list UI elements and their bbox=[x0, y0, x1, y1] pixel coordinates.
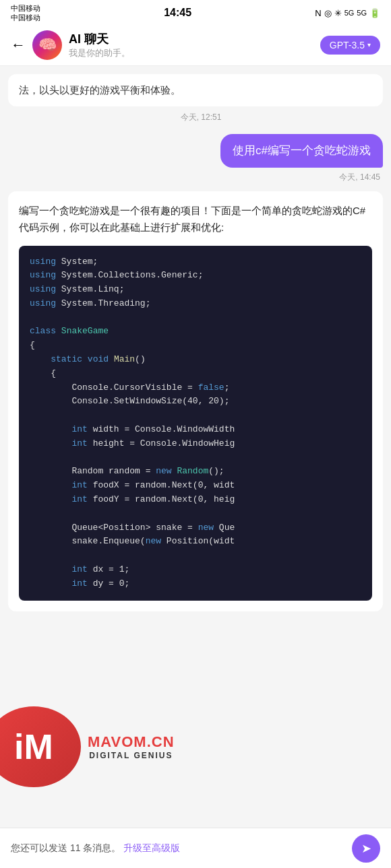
avatar-emoji: 🧠 bbox=[38, 36, 57, 54]
message-count-text: 您还可以发送 11 条消息。 bbox=[11, 842, 121, 853]
bottom-bar: 您还可以发送 11 条消息。 升级至高级版 ➤ bbox=[0, 828, 391, 868]
header-subtitle: 我是你的助手。 bbox=[69, 47, 320, 59]
user-message-wrapper: 使用c#编写一个贪吃蛇游戏 bbox=[0, 134, 391, 168]
carrier-info: 中国移动 中国移动 bbox=[11, 3, 40, 23]
header-title: AI 聊天 bbox=[69, 31, 320, 47]
upgrade-link[interactable]: 升级至高级版 bbox=[123, 842, 180, 853]
ai-response-card: 编写一个贪吃蛇游戏是一个很有趣的项目！下面是一个简单的贪吃蛇游戏的C#代码示例，… bbox=[8, 191, 383, 611]
carrier1-label: 中国移动 bbox=[11, 3, 40, 13]
gpt-version-button[interactable]: GPT-3.5 ▾ bbox=[320, 36, 380, 55]
watermark-site-name: MAVOM.CN bbox=[88, 733, 175, 751]
carrier2-label: 中国移动 bbox=[11, 13, 40, 22]
watermark-logo: iM bbox=[0, 706, 81, 787]
timestamp-morning: 今天, 12:51 bbox=[11, 112, 391, 123]
watermark-im-text: iM bbox=[14, 729, 53, 764]
avatar: 🧠 bbox=[32, 30, 62, 60]
signal2-icon: 5G bbox=[357, 9, 367, 17]
status-bar: 中国移动 中国移动 14:45 N ◎ ✳ 5G 5G 🔋 bbox=[0, 0, 391, 24]
chevron-down-icon: ▾ bbox=[367, 41, 371, 48]
back-button[interactable]: ← bbox=[11, 36, 26, 54]
user-message-bubble: 使用c#编写一个贪吃蛇游戏 bbox=[220, 134, 383, 168]
code-content: using System; using System.Collections.G… bbox=[30, 255, 361, 591]
alarm-icon: ◎ bbox=[324, 8, 332, 18]
battery-icon: 🔋 bbox=[369, 8, 380, 18]
prev-message-text: 法，以头以更好的游戏平衡和体验。 bbox=[19, 84, 181, 96]
code-block: using System; using System.Collections.G… bbox=[19, 246, 372, 601]
prev-ai-message: 法，以头以更好的游戏平衡和体验。 bbox=[8, 74, 383, 106]
ai-intro-text: 编写一个贪吃蛇游戏是一个很有趣的项目！下面是一个简单的贪吃蛇游戏的C#代码示例，… bbox=[19, 202, 372, 236]
header-info: AI 聊天 我是你的助手。 bbox=[69, 31, 320, 59]
chat-area: 法，以头以更好的游戏平衡和体验。 今天, 12:51 使用c#编写一个贪吃蛇游戏… bbox=[0, 66, 391, 828]
header: ← 🧠 AI 聊天 我是你的助手。 GPT-3.5 ▾ bbox=[0, 24, 391, 66]
gpt-version-label: GPT-3.5 bbox=[330, 40, 365, 51]
nfc-icon: N bbox=[315, 8, 321, 18]
signal-icon: 5G bbox=[344, 9, 355, 17]
watermark-subtitle: DIGITAL GENIUS bbox=[88, 751, 175, 760]
send-icon: ➤ bbox=[361, 841, 371, 856]
watermark-text-block: MAVOM.CN DIGITAL GENIUS bbox=[88, 733, 175, 760]
bluetooth-icon: ✳ bbox=[334, 8, 342, 18]
status-time: 14:45 bbox=[164, 7, 191, 19]
user-message-text: 使用c#编写一个贪吃蛇游戏 bbox=[233, 144, 371, 157]
status-icons: N ◎ ✳ 5G 5G 🔋 bbox=[315, 8, 380, 18]
user-message-time: 今天, 14:45 bbox=[0, 172, 391, 183]
watermark: iM MAVOM.CN DIGITAL GENIUS bbox=[0, 706, 391, 787]
message-quota-info: 您还可以发送 11 条消息。 升级至高级版 bbox=[11, 842, 345, 855]
send-button[interactable]: ➤ bbox=[352, 834, 380, 863]
